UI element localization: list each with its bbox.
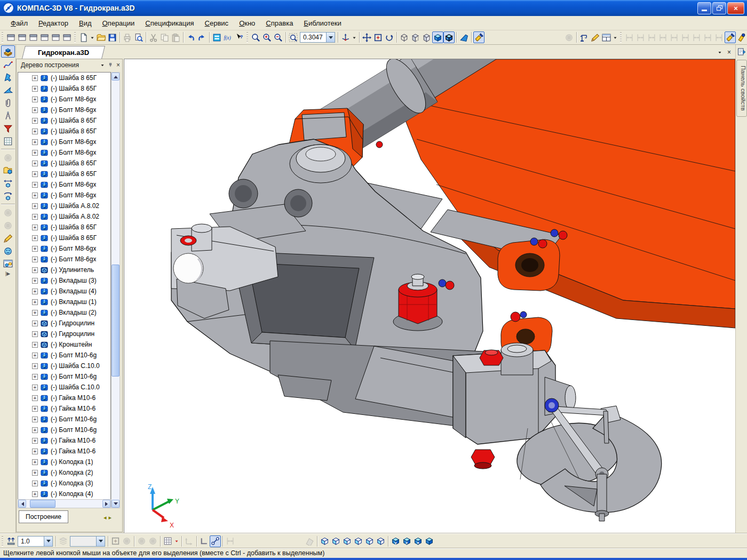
show-all-button[interactable] — [372, 31, 384, 43]
tree-item[interactable]: + (-) Болт М8-6gx — [18, 94, 110, 105]
close-button[interactable]: × — [727, 2, 744, 14]
toolbar-overflow-dropdown[interactable] — [612, 31, 618, 43]
new-document-dropdown[interactable] — [89, 31, 96, 43]
tree-expander-icon[interactable]: + — [32, 299, 38, 305]
print-button[interactable] — [122, 31, 133, 43]
surface-normal-alt-button[interactable] — [736, 31, 747, 43]
tree-expander-icon[interactable]: + — [32, 278, 38, 284]
leftbar-button-9[interactable] — [1, 151, 15, 164]
properties-panel-button[interactable] — [736, 46, 747, 58]
tree-item[interactable]: + (-) Шайба 8 65Г — [18, 158, 110, 169]
window-button-4[interactable] — [39, 31, 50, 43]
tree-panel-pin-button[interactable] — [106, 61, 114, 69]
tree-horizontal-scrollbar[interactable] — [18, 499, 111, 508]
tree-item[interactable]: + (-) Болт М8-6gx — [18, 137, 110, 147]
scrollbar-thumb[interactable] — [112, 265, 120, 377]
tree-panel-dropdown[interactable] — [98, 61, 106, 69]
tree-tab-scroll-arrows[interactable]: ◂▸ — [104, 514, 114, 521]
scrollbar-thumb[interactable] — [30, 500, 55, 508]
menu-item[interactable]: Справка — [260, 17, 298, 29]
tab-list-dropdown[interactable] — [716, 48, 724, 56]
tree-item[interactable]: + (-) Гайка М10-6 — [18, 393, 110, 403]
tree-expander-icon[interactable]: + — [32, 182, 38, 188]
tree-item[interactable]: + (-) Колодка (4) — [18, 489, 110, 499]
toolbar-expand-handle[interactable]: |▶ — [4, 271, 12, 276]
scroll-left-button[interactable] — [18, 500, 26, 508]
leftbar-button-14[interactable] — [1, 219, 15, 231]
toolbar-grip[interactable] — [2, 536, 3, 547]
view-orientation-2[interactable] — [330, 535, 341, 547]
pan-button[interactable] — [361, 31, 372, 43]
window-button-3[interactable] — [28, 31, 39, 43]
tree-item[interactable]: + (-) Болт М10-6g — [18, 414, 110, 425]
tree-item[interactable]: + (-) Колодка (2) — [18, 467, 110, 478]
rotate-view-button[interactable] — [340, 31, 351, 43]
edit-button[interactable] — [590, 31, 601, 43]
add-component-button[interactable] — [1, 164, 15, 177]
menu-item[interactable]: Редактор — [33, 17, 74, 29]
tree-item[interactable]: + (-) Шайба 8 65Г — [18, 233, 110, 243]
component-windows-button[interactable] — [1, 258, 15, 270]
tree-expander-icon[interactable]: + — [32, 342, 38, 348]
tree-expander-icon[interactable]: + — [32, 235, 38, 241]
menu-item[interactable]: Библиотеки — [298, 17, 346, 29]
tree-item[interactable]: + (-) Гидроцилин — [18, 329, 110, 339]
tree-expander-icon[interactable]: + — [32, 225, 38, 230]
spatial-curves-button[interactable] — [1, 58, 15, 70]
dimension-tool-2[interactable] — [635, 31, 646, 43]
redo-button[interactable] — [196, 31, 208, 43]
tree-expander-icon[interactable]: + — [32, 438, 38, 444]
window-button-2[interactable] — [17, 31, 28, 43]
tree-expander-icon[interactable]: + — [32, 150, 38, 156]
tree-expander-icon[interactable]: + — [32, 331, 38, 337]
library-manager-button[interactable] — [578, 31, 590, 43]
perspective-button[interactable] — [458, 31, 470, 43]
shaded-with-edges-button[interactable] — [443, 31, 455, 43]
tree-vertical-scrollbar[interactable] — [111, 72, 120, 508]
tree-item[interactable]: + (-) Колодка (1) — [18, 457, 110, 467]
dimension-tool-8[interactable] — [702, 31, 713, 43]
tree-expander-icon[interactable]: + — [32, 395, 38, 401]
dimension-tool-5[interactable] — [669, 31, 680, 43]
tree-item[interactable]: + (-) Гайка М10-6 — [18, 446, 110, 457]
tree-expander-icon[interactable]: + — [32, 107, 38, 113]
filter-button[interactable] — [1, 122, 15, 134]
dimension-tool-1[interactable] — [624, 31, 635, 43]
paste-button[interactable] — [170, 31, 181, 43]
tree-item[interactable]: + (-) Гайка М10-6 — [18, 435, 110, 446]
tree-item[interactable]: + (-) Шайба С.10.0 — [18, 382, 110, 393]
coordinates-button[interactable] — [225, 535, 236, 547]
properties-panel-tab[interactable]: Панель свойств — [736, 60, 747, 117]
view-orientation-6[interactable] — [375, 535, 386, 547]
toolbar-grip[interactable] — [2, 32, 3, 43]
tree-expander-icon[interactable]: + — [32, 246, 38, 252]
current-step-button[interactable] — [5, 535, 17, 547]
tree-item[interactable]: + (-) Шайба 8 65Г — [18, 222, 110, 233]
tree-item[interactable]: + (-) Колодка (3) — [18, 478, 110, 489]
snaps-button[interactable] — [210, 535, 221, 547]
tree-expander-icon[interactable]: + — [32, 406, 38, 412]
scroll-down-button[interactable] — [112, 500, 120, 508]
tree-item[interactable]: + (-) Шайба 8 65Г — [18, 169, 110, 179]
measure-button[interactable] — [1, 109, 15, 122]
local-cs-button[interactable] — [184, 535, 195, 547]
tree-expander-icon[interactable]: + — [32, 417, 38, 422]
tree-expander-icon[interactable]: + — [32, 449, 38, 454]
dimension-tool-3[interactable] — [646, 31, 657, 43]
variables-button[interactable] — [222, 31, 234, 43]
view-y-button[interactable] — [390, 535, 401, 547]
tree-expander-icon[interactable]: + — [32, 257, 38, 262]
tree-expander-icon[interactable]: + — [32, 363, 38, 369]
tree-expander-icon[interactable]: + — [32, 321, 38, 326]
copy-button[interactable] — [159, 31, 170, 43]
tree-expander-icon[interactable]: + — [32, 139, 38, 145]
context-help-button[interactable] — [234, 31, 245, 43]
tree-expander-icon[interactable]: + — [32, 427, 38, 433]
tree-expander-icon[interactable]: + — [32, 203, 38, 209]
toolbar-grip[interactable] — [620, 32, 622, 43]
menu-item[interactable]: Спецификация — [140, 17, 199, 29]
leftbar-button-13[interactable] — [1, 206, 15, 219]
window-layout-button[interactable] — [601, 31, 612, 43]
tree-expander-icon[interactable]: + — [32, 289, 38, 294]
undo-button[interactable] — [185, 31, 196, 43]
